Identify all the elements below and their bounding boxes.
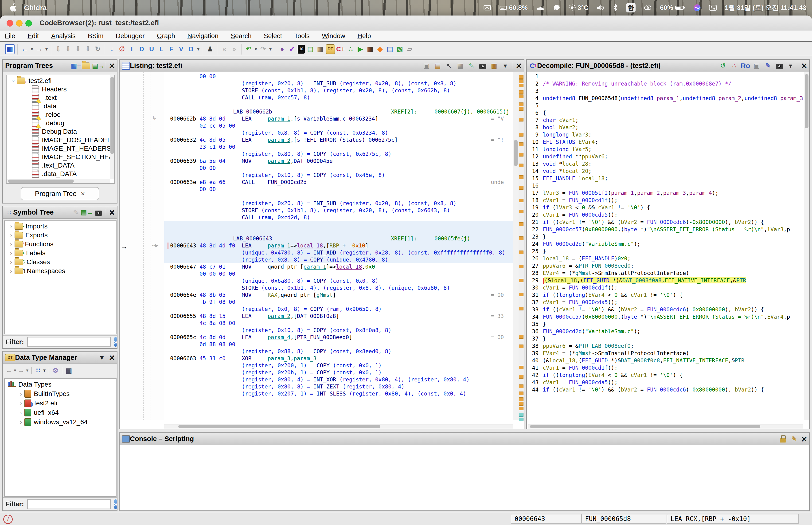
decompile-line[interactable]: 8 bool bVar2; (528, 124, 803, 131)
listing-row[interactable]: 6d 88 08 00 (164, 341, 513, 348)
dtm-gear-icon[interactable]: ⚙ (51, 366, 60, 375)
decompile-line[interactable]: 25 } (528, 248, 803, 255)
program-tree-vscroll[interactable] (110, 77, 114, 154)
copy-icon[interactable]: ▣ (423, 62, 430, 70)
symbol-tree-item-imports[interactable]: ›▸Imports (5, 222, 116, 231)
dtm-item-builtintypes[interactable]: ›BuiltInTypes (5, 389, 116, 399)
listing-row[interactable]: 00 00 (164, 165, 513, 171)
console-lock-icon[interactable] (779, 435, 787, 443)
save-tree-icon[interactable]: ▤→ (83, 208, 91, 216)
listing-row[interactable]: (register, 0x207, 1) = INT_SLESS (regist… (164, 390, 513, 397)
listing-row[interactable]: LAB_0000662bXREF[2]:00006607(j), 0000661… (164, 108, 513, 115)
siri-icon[interactable] (693, 4, 701, 12)
nav-code-prev-icon[interactable]: ⇩ (54, 45, 62, 54)
save-icon[interactable]: ▥ (5, 44, 15, 54)
dtm-conflict-mode-icon[interactable]: ∷ (34, 366, 43, 375)
tree-item-root[interactable]: ›➤test2.efi (6, 77, 114, 85)
diff-icon[interactable]: ▥ (490, 62, 498, 70)
overview-mark[interactable] (519, 210, 523, 213)
decompile-line[interactable]: 41 cVar1 = FUN_0000cd1f(); (528, 364, 803, 372)
overview-mark[interactable] (519, 222, 523, 226)
listing-content[interactable]: 00 00(register, 0x20, 8) = INT_SUB (regi… (164, 72, 513, 420)
new-tree-icon[interactable]: ▦+ (72, 62, 80, 70)
zoom-window-button[interactable] (25, 20, 32, 27)
listing-row[interactable]: 0000665548 8d 15LEAparam_2,[DAT_0008f0a8… (164, 313, 513, 320)
decompile-close-icon[interactable]: × (801, 62, 807, 69)
undo-icon[interactable]: ↶ (244, 45, 253, 54)
refresh-icon[interactable]: ↺ (719, 62, 727, 70)
decompile-line[interactable]: 3 (528, 87, 803, 95)
tree-item--text[interactable]: .text (6, 93, 114, 102)
chat-bubble-icon[interactable] (553, 4, 561, 11)
symbol-tree-item-exports[interactable]: ›Exports (5, 231, 116, 240)
menu-edit[interactable]: Edit (28, 32, 39, 40)
camera-icon[interactable] (775, 62, 783, 70)
decompile-line[interactable]: 1 (528, 73, 803, 80)
binary-icon[interactable]: 10 (298, 45, 305, 54)
decompile-line[interactable]: 16 (528, 182, 803, 190)
caret-icon[interactable]: ▾ (501, 62, 509, 70)
decompile-line[interactable]: 17 lVar3 = FUN_000051f2(param_1,param_2,… (528, 190, 803, 197)
decompile-line[interactable]: 22 FUN_0000cc57(0x80000000,(byte *)"\nAS… (528, 226, 803, 233)
overview-mark[interactable] (519, 236, 523, 240)
decompile-line[interactable]: 5 (528, 102, 803, 109)
listing-row[interactable]: (unique, 0x6a80, 8) = COPY (const, 0x0, … (164, 277, 513, 284)
listing-close-icon[interactable]: × (516, 62, 522, 69)
overview-mark[interactable] (519, 307, 523, 311)
decompile-line[interactable]: 29 (&local_18,(EFI_GUID *)&DAT_0008f0a8,… (528, 277, 803, 284)
listing-row[interactable]: 02 cc 05 00 (164, 122, 513, 129)
tree-item-image-section-headi[interactable]: IMAGE_SECTION_HEADI (6, 153, 114, 161)
edit-icon[interactable]: ✎ (764, 62, 772, 70)
edit-fields-icon[interactable]: ✎ (468, 62, 476, 70)
decompile-line[interactable]: 35 } (528, 320, 803, 328)
listing-row[interactable]: 00 00 (164, 186, 513, 193)
listing-vscroll[interactable] (514, 140, 518, 166)
forward-icon[interactable]: → (35, 45, 44, 54)
dtm-filter-options-icon[interactable]: » (114, 499, 117, 509)
decompile-line[interactable]: 42 if ((longlong)EVar4 < 0 && cVar1 != '… (528, 372, 803, 379)
dtm-menu-caret-icon[interactable]: ▼ (98, 354, 106, 362)
listing-row[interactable]: (register, 0x20, 8) = INT_SUB (register,… (164, 200, 513, 207)
decompile-line[interactable]: 38 ppuVar6 = &PTR_LAB_0008eef0; (528, 342, 803, 350)
eclipse-icon[interactable]: ● (278, 45, 287, 54)
overview-mark[interactable] (519, 118, 523, 121)
back-icon[interactable]: ← (20, 45, 29, 54)
decompile-line[interactable]: 24 FUN_0000cd2d("VariableSmm.c"); (528, 240, 803, 248)
data-f-icon[interactable]: F (167, 45, 175, 54)
checkout-icon[interactable]: ▧ (396, 45, 404, 54)
menu-file[interactable]: File (5, 32, 15, 40)
overview-mark[interactable] (519, 133, 523, 137)
overview-mark[interactable] (519, 107, 523, 111)
listing-row[interactable]: 0000662b48 8d 0dLEAparam_1,[s_VariableSm… (164, 115, 513, 122)
assume-register-icon[interactable]: ♟ (206, 45, 214, 54)
overview-mark[interactable] (519, 186, 523, 190)
menu-debugger[interactable]: Debugger (116, 32, 145, 40)
overview-mark[interactable] (519, 142, 523, 146)
fields-icon[interactable]: ▦ (456, 62, 464, 70)
camera-icon[interactable] (479, 62, 487, 70)
symbol-filter-input[interactable] (27, 337, 111, 347)
menu-analysis[interactable]: Analysis (51, 32, 75, 40)
decompile-line[interactable]: 33 if ((cVar1 != '\0') && (bVar2 = FUN_0… (528, 306, 803, 313)
redo-icon[interactable]: ↷ (259, 45, 267, 54)
dtm-back-icon[interactable]: ← (5, 366, 13, 375)
listing-row[interactable]: STORE (const, 0x1b1, 8), (register, 0x20… (164, 87, 513, 94)
dtm-preview-icon[interactable]: ▣ (65, 366, 73, 375)
decompile-hscroll[interactable] (530, 425, 760, 428)
decompile-line[interactable]: 6{ (528, 109, 803, 117)
tree-item--data[interactable]: .data (6, 102, 114, 110)
overview-mark[interactable] (519, 335, 523, 339)
console-output[interactable] (120, 445, 809, 510)
overview-mark[interactable] (519, 265, 523, 268)
caret-icon[interactable]: ▾ (787, 62, 795, 70)
cursor-icon[interactable]: ↖ (445, 62, 453, 70)
bluetooth-icon[interactable] (613, 4, 618, 11)
overview-mark[interactable] (519, 293, 523, 296)
overview-mark-teal[interactable] (519, 418, 523, 421)
listing-row[interactable] (164, 101, 513, 108)
data-caret-icon[interactable]: ▾ (197, 45, 200, 54)
menu-tools[interactable]: Tools (294, 32, 309, 40)
decompile-line[interactable]: 14 void *local_20; (528, 168, 803, 175)
apple-logo-icon[interactable] (9, 3, 17, 13)
cat-icon[interactable] (536, 4, 545, 11)
